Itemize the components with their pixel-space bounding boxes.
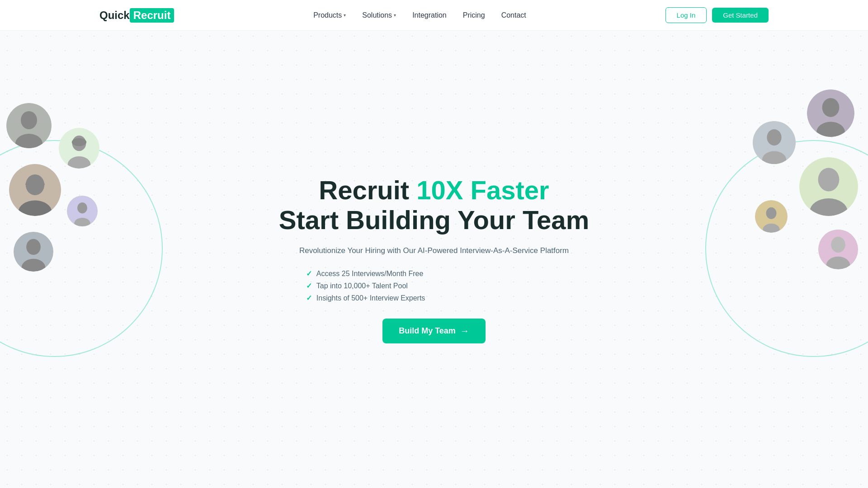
hero-content: Recruit 10X Faster Start Building Your T…	[279, 175, 589, 344]
svg-point-29	[831, 237, 845, 253]
get-started-button[interactable]: Get Started	[712, 8, 769, 23]
nav-item-contact[interactable]: Contact	[501, 11, 526, 19]
check-icon-1: ✓	[306, 269, 312, 278]
svg-point-20	[767, 129, 781, 145]
feature-item-3: ✓ Insights of 500+ Interview Experts	[306, 294, 425, 302]
avatar-right-4	[755, 200, 788, 233]
hero-features: ✓ Access 25 Interviews/Month Free ✓ Tap …	[279, 269, 589, 302]
feature-item-1: ✓ Access 25 Interviews/Month Free	[306, 269, 424, 278]
avatar-left-4	[67, 196, 98, 226]
nav-link-solutions[interactable]: Solutions ▾	[362, 11, 396, 19]
svg-point-26	[766, 207, 776, 219]
nav-link-products[interactable]: Products ▾	[313, 11, 346, 19]
avatar-right-3	[799, 157, 858, 216]
avatar-right-2	[753, 121, 796, 164]
nav-link-integration[interactable]: Integration	[412, 11, 447, 19]
avatar-left-5	[14, 232, 53, 272]
nav-links: Products ▾ Solutions ▾ Integration Prici…	[313, 11, 526, 19]
nav-item-solutions[interactable]: Solutions ▾	[362, 11, 396, 19]
nav-item-pricing[interactable]: Pricing	[463, 11, 485, 19]
avatar-left-3	[9, 164, 61, 216]
hero-section: Recruit 10X Faster Start Building Your T…	[0, 31, 868, 488]
hero-title-line1: Recruit 10X Faster	[279, 175, 589, 206]
avatar-left-2	[59, 128, 99, 169]
logo-quick: Quick	[99, 9, 130, 22]
nav-actions: Log In Get Started	[665, 7, 769, 23]
navbar: QuickRecruit Products ▾ Solutions ▾ Inte…	[0, 0, 868, 31]
svg-point-6	[72, 138, 86, 146]
avatar-left-1	[6, 103, 52, 148]
chevron-down-icon: ▾	[394, 13, 396, 18]
svg-point-23	[818, 168, 840, 191]
svg-point-14	[26, 239, 41, 255]
nav-link-pricing[interactable]: Pricing	[463, 11, 485, 19]
avatar-right-1	[807, 89, 854, 137]
build-my-team-button[interactable]: Build My Team →	[382, 319, 486, 343]
feature-item-2: ✓ Tap into 10,000+ Talent Pool	[306, 282, 408, 290]
nav-link-contact[interactable]: Contact	[501, 11, 526, 19]
hero-title-line2: Start Building Your Team	[279, 205, 589, 235]
hero-title-accent: 10X Faster	[416, 175, 549, 205]
avatar-right-5	[818, 230, 858, 269]
nav-item-integration[interactable]: Integration	[412, 11, 447, 19]
hero-subtitle: Revolutionize Your Hiring with Our AI-Po…	[279, 244, 589, 257]
check-icon-3: ✓	[306, 294, 312, 302]
logo-recruit: Recruit	[130, 8, 175, 23]
login-button[interactable]: Log In	[665, 7, 707, 23]
chevron-down-icon: ▾	[344, 13, 346, 18]
arrow-right-icon: →	[460, 326, 469, 336]
logo[interactable]: QuickRecruit	[99, 8, 174, 23]
svg-point-1	[21, 111, 37, 129]
svg-point-11	[77, 202, 87, 213]
nav-item-products[interactable]: Products ▾	[313, 11, 346, 19]
check-icon-2: ✓	[306, 282, 312, 290]
